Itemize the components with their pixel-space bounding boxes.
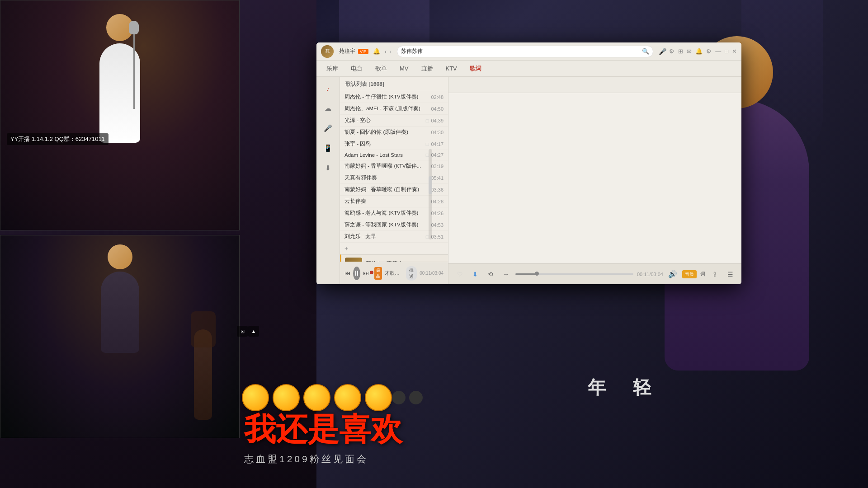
sidebar-download-icon[interactable]: ⬇ [321, 161, 335, 175]
gear-icon[interactable]: ⚙ [706, 48, 712, 55]
playlist-header: 歌认列表 [1608] [340, 77, 448, 91]
recommend-text: 才歌曲第二季第四期现场伴伴 [385, 270, 403, 277]
yy-label: YY开播 1.14.1.2 QQ群：623471011 [7, 133, 108, 145]
notification-icon[interactable]: 🔔 [373, 48, 380, 55]
send-button[interactable]: 推送 [406, 266, 417, 281]
pl-item-0[interactable]: 周杰伦 - 牛仔很忙 (KTV版伴奏) 02:48 [340, 91, 448, 103]
sidebar-icons: ♪ ☁ 🎤 📱 ⬇ [316, 77, 340, 284]
back-button[interactable]: ‹ [385, 48, 387, 55]
playback-controls: ⏮ ⏸ ⏭ 极品 才歌曲第二季第四期现场伴伴 推送 00:11/03:04 [340, 262, 448, 284]
pause-button[interactable]: ⏸ [353, 267, 360, 280]
mail-icon[interactable]: ✉ [687, 48, 692, 55]
app-header: 苑 苑潼宇 VIP 🔔 ‹ › 🔍 🎤 ⚙ ⊞ ✉ 🔔 ⚙ — □ ✕ [316, 42, 741, 61]
nian-qing-text: 年 轻 [588, 375, 651, 400]
emoji-4 [334, 384, 361, 411]
stream-icon: ⊡ [237, 326, 248, 337]
sidebar-cloud-icon[interactable]: ☁ [321, 101, 335, 116]
tab-ktv[interactable]: KTV [440, 63, 462, 74]
playlist-column: 歌认列表 [1608] 周杰伦 - 牛仔很忙 (KTV版伴奏) 02:48 周杰… [340, 77, 448, 284]
dark-circle-1 [392, 391, 406, 404]
time-display: 00:11/03:04 [420, 271, 443, 276]
eq-button[interactable]: 音质 [682, 270, 697, 278]
search-container: 🔍 [397, 46, 653, 57]
search-icon[interactable]: 🔍 [642, 48, 649, 55]
tab-gedan[interactable]: 歌单 [370, 63, 392, 75]
emoji-row [242, 384, 423, 411]
tab-zhibo[interactable]: 直播 [416, 63, 439, 75]
app-body: ♪ ☁ 🎤 📱 ⬇ 歌认列表 [1608] 周杰伦 - 牛仔很忙 (KTV版伴奏… [316, 77, 741, 284]
quality-badge: 极品 [374, 267, 382, 280]
sidebar-mic-icon[interactable]: 🎤 [321, 121, 335, 136]
progress-handle[interactable] [370, 271, 373, 274]
download-button[interactable]: ⬇ [469, 268, 481, 280]
right-content [448, 93, 741, 263]
search-input[interactable] [401, 48, 642, 55]
bottom-progress-handle[interactable] [535, 272, 539, 276]
emoji-1 [242, 384, 269, 411]
vip-badge: VIP [358, 49, 368, 54]
music-right-area: ♡ ⬇ ⟲ → 00:11/03:04 🔊 音质 词 ⇪ ☰ [448, 77, 741, 284]
tab-geci[interactable]: 歌词 [464, 63, 487, 75]
add-song-button[interactable]: + [344, 245, 348, 252]
bottom-playback-bar: ♡ ⬇ ⟲ → 00:11/03:04 🔊 音质 词 ⇪ ☰ [448, 263, 741, 284]
music-app: 苑 苑潼宇 VIP 🔔 ‹ › 🔍 🎤 ⚙ ⊞ ✉ 🔔 ⚙ — □ ✕ 乐库 电… [316, 42, 741, 284]
char-qing: 轻 [633, 375, 651, 400]
bottom-progress-bar[interactable] [515, 273, 633, 275]
char-nian: 年 [588, 375, 606, 400]
username-label: 苑潼宇 [339, 47, 355, 55]
pl-item-1[interactable]: 周杰伦、aMEI - 不该 (原版伴奏) 04:50 [340, 103, 448, 115]
tab-mv[interactable]: MV [394, 63, 414, 74]
scrollbar-thumb[interactable] [429, 176, 432, 194]
now-playing-thumbnail: ♪ [345, 258, 362, 262]
playlist-button[interactable]: ☰ [724, 268, 736, 280]
stream-bottom-window [0, 235, 240, 438]
close-icon[interactable]: ✕ [732, 48, 737, 55]
dark-circle-2 [409, 391, 423, 404]
maximize-icon[interactable]: □ [725, 48, 728, 55]
stream-icon-2: ▲ [248, 326, 259, 337]
shuffle-button[interactable]: → [500, 268, 512, 280]
sidebar-device-icon[interactable]: 📱 [321, 141, 335, 155]
tab-diantai[interactable]: 电台 [345, 63, 368, 75]
bottom-time-display: 00:11/03:04 [637, 272, 663, 277]
settings-icon[interactable]: ⚙ [669, 48, 675, 55]
right-tabs [448, 77, 741, 93]
header-right-icons: ⚙ ⊞ ✉ 🔔 ⚙ — □ ✕ [669, 48, 737, 55]
favorite-button[interactable]: ♡ [454, 268, 466, 280]
bottom-progress-fill [515, 273, 537, 275]
add-song-row[interactable]: + [340, 243, 448, 254]
forward-button[interactable]: › [389, 48, 392, 55]
bottom-text-area: 我还是喜欢 志血盟1209粉丝见面会 [244, 408, 561, 465]
user-avatar[interactable]: 苑 [321, 45, 334, 58]
pl-item-2[interactable]: 光泽 - 空心 □ 04:39 [340, 115, 448, 127]
microphone-icon[interactable]: 🎤 [659, 48, 666, 55]
lyric-button[interactable]: 词 [700, 271, 705, 277]
minimize-icon[interactable]: — [715, 48, 721, 55]
tab-yuku[interactable]: 乐库 [321, 63, 344, 75]
big-lyric-text: 我还是喜欢 [244, 408, 561, 451]
sidebar-music-icon[interactable]: ♪ [321, 81, 335, 96]
bell-icon[interactable]: 🔔 [695, 48, 703, 55]
next-button[interactable]: ⏭ [363, 267, 369, 279]
now-playing-item[interactable]: ♪ 苟翰中 - 不等你 (2015中国好... 00:11/03:04 ⬇ ♡ … [340, 254, 448, 262]
emoji-5 [365, 384, 392, 411]
sub-lyric-text: 志血盟1209粉丝见面会 [244, 453, 561, 465]
stream-top-window [0, 0, 240, 230]
share-button[interactable]: ⇪ [709, 268, 721, 280]
emoji-3 [303, 384, 330, 411]
pl-item-3[interactable]: 胡夏 - 回忆的你 (原版伴奏) 04:30 [340, 127, 448, 138]
volume-button[interactable]: 🔊 [667, 268, 679, 280]
grid-icon[interactable]: ⊞ [678, 48, 683, 55]
nav-tabs-bar: 乐库 电台 歌单 MV 直播 KTV 歌词 [316, 61, 741, 77]
scrollbar[interactable] [429, 149, 432, 239]
loop-button[interactable]: ⟲ [485, 268, 496, 280]
emoji-2 [273, 384, 300, 411]
pl-item-4[interactable]: 张宇 - 囚鸟 □ 04:17 [340, 138, 448, 150]
prev-button[interactable]: ⏮ [344, 267, 350, 279]
